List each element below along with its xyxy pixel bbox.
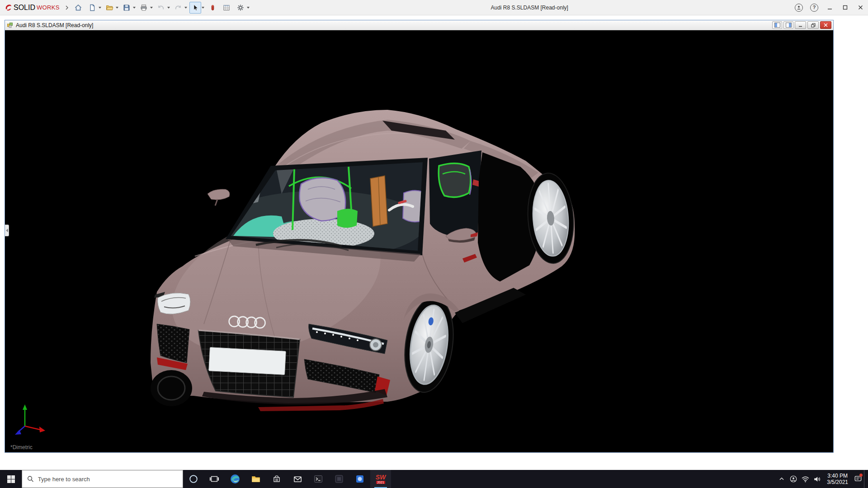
solidworks-version-badge: 2021 bbox=[376, 481, 385, 484]
wifi-icon bbox=[801, 475, 810, 483]
document-window: Audi R8 S.SLDASM [Read-only] bbox=[5, 20, 834, 453]
start-button[interactable] bbox=[0, 470, 22, 488]
doc-restore-button[interactable] bbox=[807, 21, 819, 29]
close-icon bbox=[858, 5, 863, 10]
save-button[interactable] bbox=[121, 2, 136, 14]
design-table-button[interactable] bbox=[221, 2, 232, 14]
mail-icon bbox=[292, 474, 303, 484]
split-left-icon bbox=[774, 23, 780, 28]
windows-logo-icon bbox=[7, 475, 15, 483]
select-tool-button[interactable] bbox=[189, 2, 204, 14]
volume-icon[interactable] bbox=[811, 470, 823, 488]
person-icon bbox=[796, 5, 802, 10]
hidden-icons-button[interactable] bbox=[776, 470, 788, 488]
help-icon[interactable]: ? bbox=[810, 4, 818, 12]
app-minimize-button[interactable] bbox=[822, 0, 837, 15]
component-tool-button[interactable] bbox=[207, 2, 218, 14]
mirror-left[interactable] bbox=[208, 189, 230, 206]
tray-clock[interactable]: 3:40 PM 3/5/2021 bbox=[823, 473, 852, 485]
gear-icon bbox=[236, 4, 245, 12]
open-dropdown[interactable] bbox=[116, 7, 118, 9]
window-layout-icon-1[interactable] bbox=[772, 21, 782, 29]
car-3d-render bbox=[5, 30, 833, 452]
taskbar-task-view[interactable] bbox=[204, 470, 225, 488]
document-title-bar[interactable]: Audi R8 S.SLDASM [Read-only] bbox=[5, 20, 833, 30]
store-icon bbox=[272, 474, 282, 484]
search-input[interactable] bbox=[38, 476, 178, 483]
front-right-wheel[interactable] bbox=[151, 370, 192, 406]
redo-button[interactable] bbox=[172, 2, 187, 14]
options-button[interactable] bbox=[235, 2, 250, 14]
network-wifi-icon[interactable] bbox=[799, 470, 811, 488]
headlight-left[interactable] bbox=[154, 292, 190, 314]
license-plate[interactable] bbox=[209, 347, 286, 375]
window-layout-icon-2[interactable] bbox=[783, 21, 793, 29]
flyout-arrow-icon bbox=[6, 229, 8, 232]
tray-contact-icon[interactable] bbox=[788, 470, 799, 488]
design-table-icon bbox=[222, 4, 231, 12]
taskbar-app-dark[interactable] bbox=[329, 470, 349, 488]
x-axis-arrow bbox=[39, 427, 45, 432]
undo-button[interactable] bbox=[155, 2, 170, 14]
solidworks-app-icon: SW bbox=[376, 474, 386, 480]
redo-dropdown[interactable] bbox=[184, 7, 187, 9]
taskbar-file-explorer[interactable] bbox=[245, 470, 266, 488]
taskbar-cortana[interactable] bbox=[183, 470, 204, 488]
cortana-icon bbox=[189, 474, 198, 484]
taskbar-search-box[interactable] bbox=[22, 470, 183, 488]
taskbar-terminal[interactable] bbox=[308, 470, 329, 488]
split-right-icon bbox=[786, 23, 792, 28]
new-document-dropdown[interactable] bbox=[99, 7, 101, 9]
doc-minimize-button[interactable] bbox=[795, 21, 806, 29]
toolbar-expand-icon[interactable] bbox=[65, 5, 69, 10]
intake-left[interactable] bbox=[157, 324, 189, 370]
taskbar-mail[interactable] bbox=[287, 470, 308, 488]
front-grille[interactable] bbox=[198, 330, 300, 397]
save-dropdown[interactable] bbox=[133, 7, 136, 9]
app-title-bar: SOLIDWORKS bbox=[0, 0, 868, 15]
app-close-button[interactable] bbox=[853, 0, 868, 15]
solidworks-logo: SOLIDWORKS bbox=[0, 4, 63, 12]
home-button[interactable] bbox=[72, 2, 84, 14]
feature-tree-flyout-handle[interactable] bbox=[5, 225, 9, 236]
app-maximize-button[interactable] bbox=[837, 0, 853, 15]
select-dropdown[interactable] bbox=[202, 7, 204, 9]
open-button[interactable] bbox=[104, 2, 118, 14]
terminal-icon bbox=[313, 474, 324, 484]
user-account-icon[interactable] bbox=[795, 4, 803, 12]
side-window[interactable] bbox=[429, 150, 481, 236]
taskbar-solidworks[interactable]: SW 2021 bbox=[370, 470, 391, 488]
graphics-viewport[interactable]: *Dimetric bbox=[5, 30, 833, 452]
undo-icon bbox=[157, 4, 165, 12]
brand-text-bold: SOLID bbox=[14, 4, 35, 12]
new-document-icon bbox=[88, 4, 96, 12]
print-button[interactable] bbox=[138, 2, 153, 14]
taskbar-app-blue[interactable] bbox=[349, 470, 370, 488]
print-dropdown[interactable] bbox=[150, 7, 153, 9]
action-center-button[interactable] bbox=[852, 470, 864, 488]
contact-icon bbox=[789, 475, 797, 483]
show-desktop-button[interactable] bbox=[864, 470, 867, 488]
windows-taskbar: SW 2021 bbox=[0, 470, 868, 488]
y-axis-arrow bbox=[23, 404, 27, 410]
taskbar-store[interactable] bbox=[266, 470, 287, 488]
windshield[interactable] bbox=[217, 158, 428, 262]
minimize-icon bbox=[827, 5, 832, 10]
task-view-icon bbox=[209, 474, 219, 484]
options-dropdown[interactable] bbox=[247, 7, 250, 9]
taskbar-edge[interactable] bbox=[225, 470, 245, 488]
app-title: Audi R8 S.SLDASM [Read-only] bbox=[491, 5, 568, 11]
help-glyph: ? bbox=[813, 5, 816, 10]
doc-close-button[interactable] bbox=[820, 21, 831, 29]
undo-dropdown[interactable] bbox=[167, 7, 170, 9]
open-folder-icon bbox=[105, 4, 113, 12]
blue-app-icon bbox=[354, 474, 365, 484]
print-icon bbox=[140, 4, 148, 12]
orientation-triad[interactable] bbox=[11, 403, 47, 441]
save-icon bbox=[123, 4, 131, 12]
component-icon bbox=[208, 4, 217, 12]
select-arrow-icon bbox=[191, 4, 199, 12]
system-tray: 3:40 PM 3/5/2021 bbox=[776, 470, 868, 488]
new-document-button[interactable] bbox=[86, 2, 101, 14]
doc-restore-icon bbox=[811, 23, 816, 28]
